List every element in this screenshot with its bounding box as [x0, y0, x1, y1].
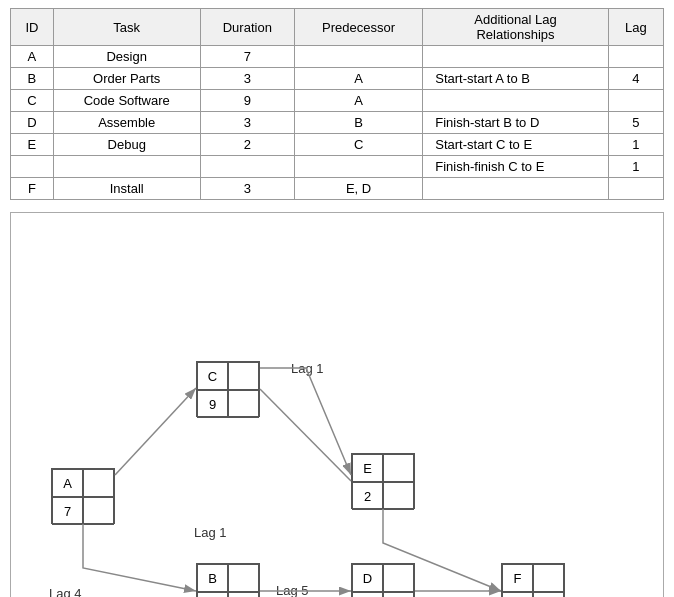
node-e-value: 2 — [352, 482, 383, 510]
col-header-lag-rel: Additional LagRelationships — [423, 9, 609, 46]
col-header-id: ID — [11, 9, 54, 46]
col-header-duration: Duration — [200, 9, 294, 46]
table-row: Finish-finish C to E 1 — [11, 156, 664, 178]
node-f-empty2 — [533, 592, 564, 597]
col-header-task: Task — [53, 9, 200, 46]
node-d-empty1 — [383, 564, 414, 592]
node-a-empty1 — [83, 469, 114, 497]
node-c-value: 9 — [197, 390, 228, 418]
diagram-section: A 7 C 9 B 3 E 2 D 3 F 3 Lag 1 Lag 1 — [10, 212, 664, 597]
arrows-overlay — [11, 213, 663, 597]
node-a: A 7 — [51, 468, 115, 524]
table-section: ID Task Duration Predecessor Additional … — [0, 0, 674, 204]
node-b: B 3 — [196, 563, 260, 597]
node-f-label: F — [502, 564, 533, 592]
node-e-empty1 — [383, 454, 414, 482]
node-a-empty2 — [83, 497, 114, 525]
lag4-label: Lag 4 — [49, 586, 82, 597]
node-b-label: B — [197, 564, 228, 592]
lag1-label-top: Lag 1 — [291, 361, 324, 376]
table-row: A Design 7 — [11, 46, 664, 68]
col-header-predecessor: Predecessor — [294, 9, 422, 46]
col-header-lag: Lag — [608, 9, 663, 46]
task-table: ID Task Duration Predecessor Additional … — [10, 8, 664, 200]
node-a-label: A — [52, 469, 83, 497]
lag5-label: Lag 5 — [276, 583, 309, 597]
node-e-label: E — [352, 454, 383, 482]
node-f-empty1 — [533, 564, 564, 592]
table-row: C Code Software 9 A — [11, 90, 664, 112]
node-c-empty2 — [228, 390, 259, 418]
node-a-value: 7 — [52, 497, 83, 525]
node-c: C 9 — [196, 361, 260, 417]
node-e-empty2 — [383, 482, 414, 510]
node-d-label: D — [352, 564, 383, 592]
table-row: B Order Parts 3 A Start-start A to B 4 — [11, 68, 664, 90]
node-e: E 2 — [351, 453, 415, 509]
node-d-empty2 — [383, 592, 414, 597]
node-d: D 3 — [351, 563, 415, 597]
table-row: E Debug 2 C Start-start C to E 1 — [11, 134, 664, 156]
node-f-value: 3 — [502, 592, 533, 597]
node-b-empty1 — [228, 564, 259, 592]
node-f: F 3 — [501, 563, 565, 597]
node-d-value: 3 — [352, 592, 383, 597]
table-row: D Assemble 3 B Finish-start B to D 5 — [11, 112, 664, 134]
node-b-empty2 — [228, 592, 259, 597]
lag1-label-mid: Lag 1 — [194, 525, 227, 540]
node-b-value: 3 — [197, 592, 228, 597]
node-c-label: C — [197, 362, 228, 390]
node-c-empty1 — [228, 362, 259, 390]
table-row: F Install 3 E, D — [11, 178, 664, 200]
